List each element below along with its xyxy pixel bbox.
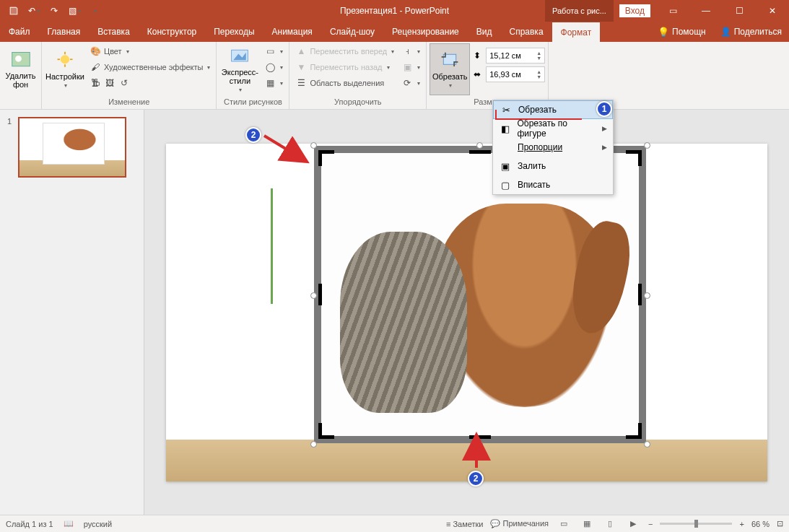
crop-button[interactable]: Обрезать▾ xyxy=(430,43,470,95)
menu-item-fill[interactable]: ▣Залить xyxy=(493,157,613,175)
reading-view-button[interactable]: ▯ xyxy=(602,518,618,531)
tab-animations[interactable]: Анимация xyxy=(263,22,321,42)
start-from-beginning-button[interactable]: ▧▾ xyxy=(65,1,84,20)
thumbnail-number: 1 xyxy=(7,117,12,126)
menu-item-aspect-ratio[interactable]: Пропорции▶ xyxy=(493,138,613,157)
layout-icon: ▦ xyxy=(264,77,276,89)
selection-handle[interactable] xyxy=(310,441,317,448)
tab-help[interactable]: Справка xyxy=(500,22,552,42)
zoom-slider[interactable] xyxy=(660,523,732,525)
color-button[interactable]: 🎨Цвет▾ xyxy=(87,43,213,59)
slide-thumbnail-1[interactable] xyxy=(18,117,126,178)
undo-button[interactable]: ↶▾ xyxy=(25,1,43,20)
selection-pane-button[interactable]: ☰Область выделения xyxy=(292,75,397,91)
slide-editor[interactable]: 2 2 xyxy=(144,110,789,515)
share-button[interactable]: 👤Поделиться xyxy=(713,22,789,42)
change-picture-icon: 🖼 xyxy=(104,77,115,89)
tab-transitions[interactable]: Переходы xyxy=(205,22,263,42)
zoom-level[interactable]: 66 % xyxy=(751,520,770,528)
group-arrange-label: Упорядочить xyxy=(292,96,423,109)
slide-counter: Слайд 1 из 1 xyxy=(6,520,53,528)
tab-file[interactable]: Файл xyxy=(0,22,39,42)
send-backward-button[interactable]: ▼Переместить назад▾ xyxy=(292,59,397,75)
artistic-effects-button[interactable]: 🖌Художественные эффекты▾ xyxy=(87,59,213,75)
picture-content xyxy=(321,153,639,436)
compress-reset-row[interactable]: 🗜🖼↺ xyxy=(87,75,213,91)
selection-handle[interactable] xyxy=(644,441,650,448)
corrections-button[interactable]: Настройки▾ xyxy=(45,43,85,95)
tab-design[interactable]: Конструктор xyxy=(139,22,205,42)
crop-icon: ✂ xyxy=(500,103,513,116)
crop-handle-br[interactable] xyxy=(624,422,642,439)
zoom-out-button[interactable]: − xyxy=(648,520,653,528)
brightness-icon xyxy=(55,51,75,71)
tab-review[interactable]: Рецензирование xyxy=(383,22,468,42)
tab-insert[interactable]: Вставка xyxy=(89,22,139,42)
shapes-icon: ◧ xyxy=(499,122,511,135)
close-button[interactable]: ✕ xyxy=(756,0,789,22)
selection-handle[interactable] xyxy=(644,292,650,299)
ribbon-display-options-button[interactable]: ▭ xyxy=(656,0,689,22)
qat-customize-button[interactable]: ▾ xyxy=(85,1,104,20)
bring-forward-button[interactable]: ▲Переместить вперед▾ xyxy=(292,43,397,59)
normal-view-button[interactable]: ▭ xyxy=(556,518,572,531)
notes-button[interactable]: ≡ Заметки xyxy=(446,520,484,528)
slideshow-view-button[interactable]: ▶ xyxy=(625,518,641,531)
annotation-arrow xyxy=(263,131,313,170)
lightbulb-icon: 💡 xyxy=(658,27,669,38)
picture-quick-styles-button[interactable]: Экспресс-стили▾ xyxy=(219,43,260,95)
artistic-icon: 🖌 xyxy=(90,61,101,73)
menu-item-fit[interactable]: ▢Вписать xyxy=(493,175,613,194)
crop-handle-top[interactable] xyxy=(469,150,491,154)
share-icon: 👤 xyxy=(720,27,731,37)
width-input[interactable]: ▲▼ xyxy=(486,66,545,82)
annotation-badge-2: 2 xyxy=(245,127,261,143)
zoom-in-button[interactable]: + xyxy=(739,520,744,528)
crop-handle-left[interactable] xyxy=(318,284,322,305)
tab-view[interactable]: Вид xyxy=(468,22,501,42)
picture-border-button[interactable]: ▭▾ xyxy=(261,43,286,59)
picture-effects-button[interactable]: ◯▾ xyxy=(261,59,286,75)
tab-slideshow[interactable]: Слайд-шоу xyxy=(321,22,383,42)
rotate-button[interactable]: ⟳▾ xyxy=(398,75,423,91)
border-icon: ▭ xyxy=(264,45,276,57)
tab-home[interactable]: Главная xyxy=(39,22,90,42)
remove-background-button[interactable]: Удалить фон xyxy=(3,43,38,95)
redo-button[interactable]: ↷ xyxy=(45,1,64,20)
sign-in-button[interactable]: Вход xyxy=(619,4,650,17)
menu-item-crop[interactable]: ✂Обрезать xyxy=(493,100,613,119)
height-input[interactable]: ▲▼ xyxy=(486,48,545,64)
maximize-button[interactable]: ☐ xyxy=(723,0,756,22)
group-button[interactable]: ▣▾ xyxy=(398,59,423,75)
picture-layout-button[interactable]: ▦▾ xyxy=(261,75,286,91)
language-label[interactable]: русский xyxy=(84,520,112,528)
spellcheck-icon[interactable]: 📖 xyxy=(64,519,74,528)
menu-item-crop-to-shape[interactable]: ◧Обрезать по фигуре▶ xyxy=(493,119,613,138)
crop-icon xyxy=(440,51,460,71)
save-button[interactable] xyxy=(4,1,23,20)
slide-sorter-button[interactable]: ▦ xyxy=(579,518,595,531)
tell-me-button[interactable]: 💡Помощн xyxy=(650,22,713,42)
minimize-button[interactable]: — xyxy=(689,0,723,22)
chevron-right-icon: ▶ xyxy=(602,144,607,151)
rotate-icon: ⟳ xyxy=(401,77,413,89)
selection-handle[interactable] xyxy=(476,142,483,149)
crop-handle-tl[interactable] xyxy=(318,150,336,167)
status-bar: Слайд 1 из 1 📖 русский ≡ Заметки 💬 Приме… xyxy=(0,515,789,532)
comments-button[interactable]: 💬 Примечания xyxy=(490,519,549,528)
fit-to-window-button[interactable]: ⊡ xyxy=(777,519,783,528)
crop-handle-tr[interactable] xyxy=(624,150,642,167)
crop-handle-right[interactable] xyxy=(638,284,642,305)
tab-format[interactable]: Формат xyxy=(552,22,601,42)
selection-handle[interactable] xyxy=(310,292,317,299)
title-bar: ↶▾ ↷ ▧▾ ▾ Презентация1 - PowerPoint Рабо… xyxy=(0,0,789,22)
width-icon: ⬌ xyxy=(471,69,483,80)
group-adjust-label: Изменение xyxy=(45,96,213,109)
compress-icon: 🗜 xyxy=(90,77,101,89)
align-button[interactable]: ⫞▾ xyxy=(398,43,423,59)
bring-forward-icon: ▲ xyxy=(295,45,307,57)
fit-icon: ▢ xyxy=(499,178,512,191)
color-icon: 🎨 xyxy=(90,45,101,57)
crop-handle-bl[interactable] xyxy=(318,422,336,439)
selection-handle[interactable] xyxy=(644,142,650,149)
